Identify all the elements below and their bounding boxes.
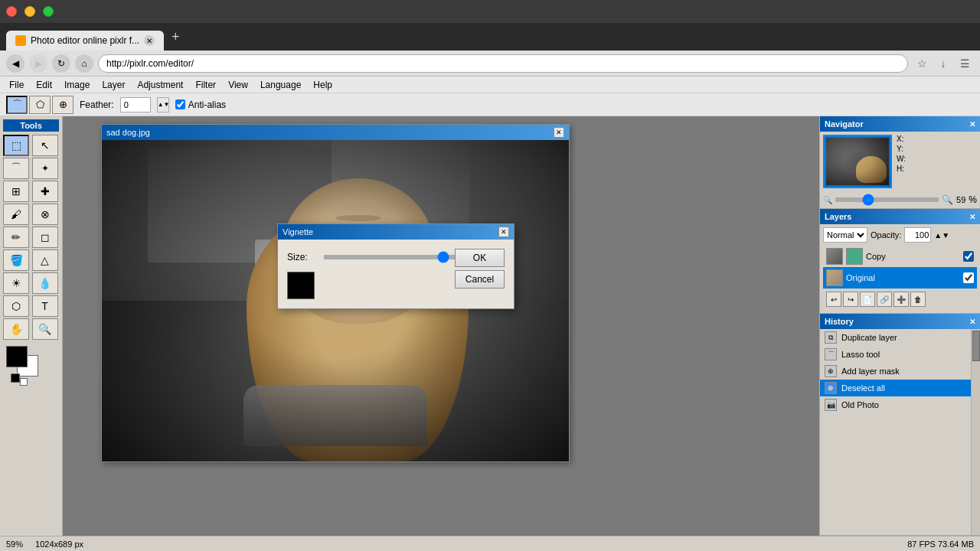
gradient-tool[interactable]: △ [32,249,58,271]
layer-original-row[interactable]: Original [823,267,977,289]
home-button[interactable]: ⌂ [75,54,93,73]
lasso-magnetic-btn[interactable]: ⊕ [52,96,74,114]
menu-image[interactable]: Image [58,78,96,92]
zoom-tool[interactable]: 🔍 [32,318,58,340]
zoom-min-icon: 🔍 [823,196,832,204]
ok-button[interactable]: OK [455,249,505,267]
scrollbar-thumb[interactable] [972,331,980,361]
history-item-4[interactable]: 📷 Old Photo [820,396,971,413]
address-bar[interactable] [98,54,908,73]
menu-help[interactable]: Help [307,78,338,92]
history-list: ⧉ Duplicate layer ⌒ Lasso tool ⊕ Add lay… [820,329,971,535]
antialias-checkbox-label[interactable]: Anti-alias [175,99,226,110]
layer-redo-btn[interactable]: ↪ [843,292,858,307]
tab-close-btn[interactable]: ✕ [144,35,155,46]
layer-link-btn[interactable]: 🔗 [877,292,892,307]
layer-copy-row[interactable]: Copy [823,246,977,267]
antialias-checkbox[interactable] [175,99,185,109]
pencil-tool[interactable]: ✏ [3,227,29,248]
history-item-3[interactable]: ⊗ Deselect all [820,380,971,396]
color-area [3,346,59,384]
move-tool[interactable]: ↖ [32,135,58,156]
menu-filter[interactable]: Filter [189,78,222,92]
cancel-button[interactable]: Cancel [455,270,505,289]
fg-small[interactable] [11,373,20,383]
text-tool[interactable]: T [32,295,58,317]
menu-file[interactable]: File [3,78,30,92]
opacity-input[interactable] [904,227,931,243]
healing-tool[interactable]: ✚ [32,181,58,202]
window-minimize[interactable] [24,6,35,17]
navigator-thumbnail[interactable] [823,135,892,188]
feather-spinner[interactable]: ▲▼ [157,97,169,112]
back-button[interactable]: ◀ [6,54,24,73]
layer-copy-thumb [826,248,843,265]
menu-edit[interactable]: Edit [30,78,58,92]
history-item-0[interactable]: ⧉ Duplicate layer [820,329,971,346]
vignette-color-swatch[interactable] [287,272,315,299]
canvas-close-btn[interactable]: ✕ [554,127,564,138]
dialog-inner: Size: OK Cancel [287,249,505,299]
settings-btn[interactable]: ☰ [956,54,974,73]
blend-mode-select[interactable]: Normal [823,227,867,243]
refresh-button[interactable]: ↻ [52,54,70,73]
antialias-label: Anti-alias [188,99,226,110]
layer-group-btn[interactable]: ➕ [893,292,909,307]
nav-x-row: X: [897,135,906,143]
new-tab-button[interactable]: + [168,29,183,45]
browser-tabs: Photo editor online pixlr f... ✕ + [0,23,980,51]
bg-small[interactable] [20,378,28,386]
opacity-spinner[interactable]: ▲▼ [934,231,949,240]
marquee-rect-tool[interactable]: ⬚ [3,135,29,156]
eraser-tool[interactable]: ◻ [32,227,58,248]
zoom-status: 59% [6,540,23,549]
lasso-tool[interactable]: ⌒ [3,158,29,179]
tools-panel-title: Tools [3,119,59,132]
layers-close-btn[interactable]: ✕ [969,213,975,221]
layer-copy-visible[interactable] [963,251,974,262]
active-tab[interactable]: Photo editor online pixlr f... ✕ [6,31,164,51]
bookmark-btn[interactable]: ☆ [913,54,931,73]
layer-original-visible[interactable] [963,272,974,283]
download-btn[interactable]: ↓ [934,54,952,73]
layers-buttons: ↩ ↪ 📄 🔗 ➕ 🗑 [823,289,977,310]
shape-tool[interactable]: ⬡ [3,295,29,317]
window-maximize[interactable] [43,6,54,17]
forward-button[interactable]: ▶ [29,54,47,73]
lasso-poly-btn[interactable]: ⬠ [29,96,51,114]
foreground-color[interactable] [6,346,28,367]
menu-layer[interactable]: Layer [96,78,131,92]
history-item-1[interactable]: ⌒ Lasso tool [820,346,971,363]
dodge-tool[interactable]: ☀ [3,272,29,294]
feather-input[interactable] [120,97,151,112]
window-close[interactable] [6,6,17,17]
nav-coords: X: Y: W: H: [897,135,906,173]
layer-delete-btn[interactable]: 🗑 [910,292,926,307]
lasso-freehand-btn[interactable]: ⌒ [6,96,28,114]
blur-tool[interactable]: 💧 [32,272,58,294]
menu-view[interactable]: View [222,78,254,92]
zoom-slider[interactable] [835,197,939,202]
tab-title: Photo editor online pixlr f... [31,35,139,46]
history-close-btn[interactable]: ✕ [969,318,975,326]
canvas-area[interactable]: sad dog.jpg ✕ [63,116,819,536]
dimensions-status: 1024x689 px [35,540,83,549]
magic-wand-tool[interactable]: ✦ [32,158,58,179]
hand-tool[interactable]: ✋ [3,318,29,340]
brush-tool[interactable]: 🖌 [3,204,29,225]
dialog-close-btn[interactable]: ✕ [498,227,509,237]
layer-new-btn[interactable]: 📄 [860,292,875,307]
size-slider[interactable] [324,255,468,259]
fill-tool[interactable]: 🪣 [3,249,29,271]
history-scrollbar[interactable] [971,329,980,535]
stamp-tool[interactable]: ⊗ [32,204,58,225]
navigator-close-btn[interactable]: ✕ [969,120,975,129]
nav-h-row: H: [897,165,906,173]
layer-undo-btn[interactable]: ↩ [826,292,841,307]
layer-original-name: Original [846,273,960,282]
history-item-2[interactable]: ⊕ Add layer mask [820,363,971,380]
nav-w-row: W: [897,155,906,163]
menu-adjustment[interactable]: Adjustment [131,78,189,92]
menu-language[interactable]: Language [254,78,307,92]
crop-tool[interactable]: ⊞ [3,181,29,202]
